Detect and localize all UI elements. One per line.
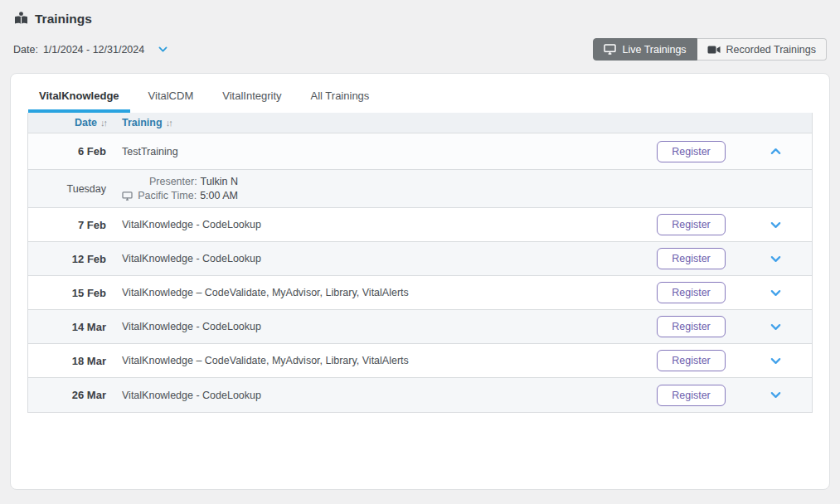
training-day: Tuesday: [28, 183, 108, 195]
tab-all-trainings[interactable]: All Trainings: [300, 80, 381, 113]
collapse-toggle[interactable]: [739, 145, 812, 158]
expand-toggle[interactable]: [739, 219, 812, 231]
trainings-table: Date ↓↑ Training ↓↑ 6 Feb TestTraining R…: [27, 113, 813, 413]
chevron-down-icon: [770, 219, 782, 231]
training-title: VitalKnowledge – CodeValidate, MyAdvisor…: [108, 355, 643, 366]
expand-toggle[interactable]: [739, 321, 812, 333]
presenter-line: Presenter: Tulkin N: [149, 176, 238, 187]
training-date: 26 Mar: [28, 389, 108, 401]
sort-icon[interactable]: ↓↑: [100, 118, 106, 128]
live-trainings-label: Live Trainings: [622, 44, 686, 56]
chevron-up-icon: [770, 145, 782, 158]
training-date: 14 Mar: [28, 321, 108, 333]
training-date: 6 Feb: [28, 145, 108, 158]
column-header-date: Date: [75, 117, 97, 128]
training-title: VitalKnowledge - CodeLookup: [108, 321, 643, 332]
chevron-down-icon: [770, 253, 782, 265]
page-title: Trainings: [35, 12, 92, 27]
table-row: 14 Mar VitalKnowledge - CodeLookup Regis…: [28, 310, 812, 344]
chevron-down-icon[interactable]: [158, 44, 168, 55]
register-button[interactable]: Register: [657, 385, 726, 406]
table-row: 12 Feb VitalKnowledge - CodeLookup Regis…: [28, 242, 812, 276]
page-header: Trainings Date: 1/1/2024 - 12/31/2024 Li…: [0, 0, 840, 61]
tab-vitalintegrity[interactable]: VitalIntegrity: [211, 80, 292, 113]
presenter-name: Tulkin N: [201, 176, 238, 187]
presenter-label: Presenter:: [149, 176, 197, 187]
training-title: TestTraining: [108, 146, 643, 158]
training-date: 12 Feb: [28, 253, 108, 265]
register-button[interactable]: Register: [657, 248, 726, 269]
training-date: 15 Feb: [28, 287, 108, 299]
training-title: VitalKnowledge – CodeValidate, MyAdvisor…: [108, 287, 643, 298]
tab-vitalcdm[interactable]: VitalCDM: [138, 80, 205, 113]
time-zone-label: Pacific Time:: [138, 190, 197, 201]
chevron-down-icon: [770, 287, 782, 299]
register-button[interactable]: Register: [657, 316, 726, 337]
time-value: 5:00 AM: [200, 190, 238, 201]
time-line: Pacific Time: 5:00 AM: [122, 190, 238, 201]
sort-icon[interactable]: ↓↑: [166, 118, 172, 128]
expand-toggle[interactable]: [739, 253, 812, 265]
date-filter-label: Date:: [13, 44, 38, 56]
training-title: VitalKnowledge - CodeLookup: [108, 219, 643, 230]
tab-vitalknowledge[interactable]: VitalKnowledge: [28, 80, 130, 113]
monitor-icon: [604, 44, 616, 55]
register-button[interactable]: Register: [657, 214, 726, 235]
training-title: VitalKnowledge - CodeLookup: [108, 390, 643, 401]
table-row: 26 Mar VitalKnowledge - CodeLookup Regis…: [28, 378, 812, 412]
chevron-down-icon: [770, 355, 782, 367]
expand-toggle[interactable]: [739, 389, 812, 401]
recorded-trainings-button[interactable]: Recorded Trainings: [697, 38, 827, 61]
table-row: 15 Feb VitalKnowledge – CodeValidate, My…: [28, 276, 812, 310]
chevron-down-icon: [770, 321, 782, 333]
table-header: Date ↓↑ Training ↓↑: [28, 113, 812, 133]
expand-toggle[interactable]: [739, 355, 812, 367]
table-row: 7 Feb VitalKnowledge - CodeLookup Regist…: [28, 208, 812, 242]
trainings-card: VitalKnowledge VitalCDM VitalIntegrity A…: [10, 73, 830, 490]
table-row: 18 Mar VitalKnowledge – CodeValidate, My…: [28, 344, 812, 378]
recorded-trainings-label: Recorded Trainings: [726, 44, 816, 56]
training-date: 18 Mar: [28, 355, 108, 367]
register-button[interactable]: Register: [657, 282, 726, 303]
chevron-down-icon: [770, 389, 782, 401]
training-date: 7 Feb: [28, 219, 108, 231]
live-trainings-button[interactable]: Live Trainings: [593, 38, 697, 61]
training-detail-row: Tuesday Presenter: Tulkin N Pacific Time…: [28, 170, 812, 208]
tab-bar: VitalKnowledge VitalCDM VitalIntegrity A…: [11, 74, 829, 113]
column-header-training: Training: [122, 117, 163, 128]
register-button[interactable]: Register: [657, 141, 726, 162]
training-title: VitalKnowledge - CodeLookup: [108, 253, 643, 264]
expand-toggle[interactable]: [739, 287, 812, 299]
monitor-icon: [122, 191, 133, 201]
video-camera-icon: [707, 45, 721, 55]
date-filter-value: 1/1/2024 - 12/31/2024: [43, 44, 144, 56]
table-row: 6 Feb TestTraining Register: [28, 133, 812, 170]
view-toggle-group: Live Trainings Recorded Trainings: [593, 38, 827, 61]
date-range-filter[interactable]: Date: 1/1/2024 - 12/31/2024: [13, 44, 168, 56]
trainings-icon: [13, 11, 29, 27]
register-button[interactable]: Register: [657, 350, 726, 371]
